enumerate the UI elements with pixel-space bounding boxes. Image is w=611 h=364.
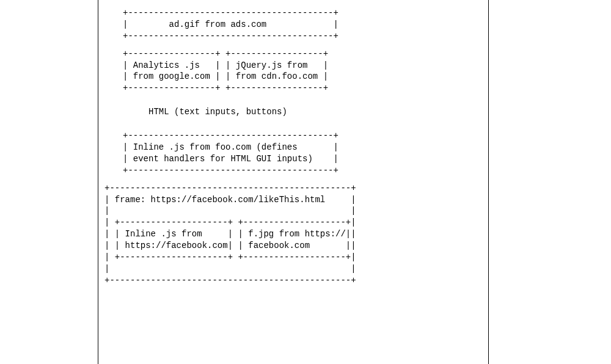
inline-foo-box: +---------------------------------------…	[123, 130, 488, 177]
frame-fb-rowbot: | +---------------------+ +-------------…	[104, 252, 356, 262]
scripts-row: +-----------------+ +------------------+…	[123, 48, 488, 95]
inline-foo-bottom: +---------------------------------------…	[123, 166, 338, 175]
ad-box-bottom: +---------------------------------------…	[123, 31, 338, 41]
inline-foo-top: +---------------------------------------…	[123, 131, 338, 140]
html-label-row: HTML (text inputs, buttons)	[123, 106, 488, 118]
scripts-row-line1: | Analytics .js | | jQuery.js from |	[123, 60, 328, 70]
scripts-row-bottom: +-----------------+ +------------------+	[123, 83, 328, 93]
frame-fb-top: +---------------------------------------…	[104, 183, 356, 193]
frame-facebook: +---------------------------------------…	[104, 183, 488, 286]
ad-box-content: | ad.gif from ads.com |	[123, 20, 338, 29]
scripts-row-top: +-----------------+ +------------------+	[123, 49, 328, 59]
ad-box: +---------------------------------------…	[123, 7, 488, 42]
inline-foo-line1: | Inline .js from foo.com (defines |	[123, 142, 338, 152]
outer-diagram-frame: +---------------------------------------…	[98, 0, 489, 364]
html-label: HTML (text inputs, buttons)	[148, 107, 287, 117]
ad-box-top: +---------------------------------------…	[123, 8, 338, 18]
frame-fb-row1: | | Inline .js from | | f.jpg from https…	[104, 229, 356, 239]
frame-fb-blank2: | |	[104, 264, 356, 274]
frame-fb-rowtop: | +---------------------+ +-------------…	[104, 217, 356, 227]
inline-foo-line2: | event handlers for HTML GUI inputs) |	[123, 154, 338, 164]
page: +---------------------------------------…	[0, 0, 611, 364]
scripts-row-line2: | from google.com | | from cdn.foo.com |	[123, 71, 328, 81]
frame-fb-bottom: +---------------------------------------…	[104, 275, 356, 285]
frame-fb-title: | frame: https://facebook.com/likeThis.h…	[104, 195, 356, 205]
frame-fb-row2: | | https://facebook.com| | facebook.com…	[104, 241, 356, 250]
frame-fb-blank1: | |	[104, 206, 356, 216]
